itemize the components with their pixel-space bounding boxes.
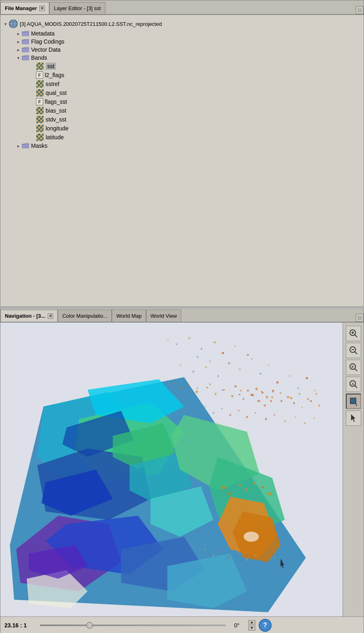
svg-point-234: [274, 556, 275, 558]
tree-root[interactable]: [3] AQUA_MODIS.20020725T211500.L2.SST.nc…: [2, 18, 362, 29]
tab-world-map[interactable]: World Map: [112, 310, 146, 322]
tab-file-manager-close[interactable]: ✕: [39, 6, 45, 11]
svg-rect-9: [38, 65, 40, 66]
root-expand-arrow[interactable]: [2, 21, 8, 27]
svg-rect-168: [310, 400, 312, 402]
tab-world-view[interactable]: World View: [146, 310, 181, 322]
svg-rect-12: [36, 67, 38, 68]
svg-point-227: [212, 555, 214, 557]
svg-rect-103: [40, 131, 42, 132]
svg-rect-74: [40, 116, 42, 117]
map-canvas-area[interactable]: P A: [0, 323, 364, 616]
bands-expand[interactable]: [15, 54, 21, 61]
vector-data-expand[interactable]: [15, 46, 21, 53]
tab-color-manipulation[interactable]: Color Manipulatio...: [58, 310, 112, 322]
svg-rect-7: [42, 63, 44, 64]
svg-point-218: [246, 416, 248, 418]
svg-rect-77: [38, 118, 40, 119]
zoom-out-button[interactable]: [346, 343, 361, 358]
svg-rect-120: [40, 140, 42, 141]
root-label: [3] AQUA_MODIS.20020725T211500.L2.SST.nc…: [20, 21, 162, 27]
pin-zoom-button[interactable]: P: [346, 360, 361, 375]
svg-point-225: [314, 417, 315, 419]
svg-rect-67: [36, 113, 38, 114]
l2flags-spacer: [29, 72, 36, 78]
bottom-panel-maximize[interactable]: □: [356, 314, 364, 322]
tree-item-sstref[interactable]: sstref: [2, 80, 362, 88]
rotation-down-button[interactable]: ▼: [248, 626, 255, 631]
svg-rect-147: [247, 390, 249, 391]
zoom-in-button[interactable]: [346, 326, 361, 341]
svg-point-216: [229, 414, 231, 416]
svg-rect-45: [42, 91, 44, 93]
svg-rect-86: [40, 122, 42, 123]
svg-rect-99: [40, 129, 42, 130]
svg-rect-195: [268, 493, 271, 495]
rotation-controls: ▲ ▼: [248, 620, 255, 631]
svg-point-207: [271, 396, 273, 398]
tree-item-longitude[interactable]: longitude: [2, 124, 362, 133]
tree-item-sst[interactable]: sst: [2, 62, 362, 71]
flagssst-label: flags_sst: [45, 99, 67, 105]
svg-line-236: [355, 335, 357, 337]
tree-item-flag-codings[interactable]: Flag Codings: [2, 38, 362, 46]
sst-spacer: [29, 63, 36, 69]
pointer-tool-button[interactable]: [346, 411, 361, 426]
l2flags-label: l2_flags: [45, 72, 64, 78]
top-panel-maximize[interactable]: □: [356, 6, 364, 14]
tree-item-metadata[interactable]: Metadata: [2, 29, 362, 38]
tab-color-manipulation-label: Color Manipulatio...: [62, 313, 107, 319]
svg-rect-17: [38, 69, 40, 70]
svg-point-200: [206, 387, 208, 388]
tab-layer-editor[interactable]: Layer Editor - [3] sst: [49, 2, 105, 14]
svg-rect-57: [40, 107, 42, 109]
svg-point-208: [280, 392, 281, 394]
tree-item-stdvsst[interactable]: stdv_sst: [2, 115, 362, 124]
svg-rect-141: [268, 365, 269, 366]
sstref-band-icon: [36, 80, 44, 88]
tree-item-biassst[interactable]: bias_sst: [2, 106, 362, 115]
tab-file-manager[interactable]: File Manager ✕: [0, 2, 49, 14]
svg-rect-24: [42, 80, 44, 82]
svg-rect-44: [40, 91, 42, 93]
tree-item-flagssst[interactable]: F flags_sst: [2, 97, 362, 106]
metadata-expand[interactable]: [15, 30, 21, 37]
svg-rect-93: [36, 127, 38, 128]
svg-rect-63: [36, 111, 38, 113]
svg-rect-49: [42, 93, 44, 95]
tree-item-qualsst[interactable]: qual_sst: [2, 88, 362, 97]
zoom-slider[interactable]: [40, 625, 226, 626]
rotation-up-button[interactable]: ▲: [248, 620, 255, 625]
help-button[interactable]: ?: [259, 619, 272, 632]
svg-rect-52: [40, 95, 42, 96]
svg-rect-68: [38, 113, 40, 114]
svg-rect-82: [40, 120, 42, 122]
svg-rect-130: [222, 352, 224, 354]
svg-rect-192: [245, 488, 248, 491]
latitude-spacer: [29, 134, 36, 140]
sst-label: sst: [46, 63, 56, 70]
svg-rect-83: [42, 120, 44, 122]
tab-navigation-close[interactable]: ✕: [48, 313, 53, 319]
svg-rect-136: [218, 375, 219, 377]
svg-rect-85: [38, 122, 40, 123]
tree-item-l2flags[interactable]: F l2_flags: [2, 71, 362, 80]
flag-codings-expand[interactable]: [15, 38, 21, 45]
tree-item-latitude[interactable]: latitude: [2, 133, 362, 142]
tree-item-vector-data[interactable]: Vector Data: [2, 46, 362, 54]
select-tool-button[interactable]: [346, 394, 361, 409]
svg-rect-28: [42, 82, 44, 84]
masks-expand[interactable]: [15, 143, 21, 149]
tab-navigation[interactable]: Navigation - [3... ✕: [0, 310, 58, 322]
tree-item-bands[interactable]: Bands: [2, 54, 362, 62]
zoom-slider-thumb[interactable]: [86, 622, 93, 629]
svg-rect-152: [272, 390, 274, 392]
svg-rect-33: [36, 86, 38, 88]
svg-rect-169: [318, 405, 320, 407]
svg-rect-161: [234, 386, 236, 387]
svg-point-206: [261, 391, 263, 393]
fit-zoom-button[interactable]: A: [346, 377, 361, 392]
svg-point-217: [238, 410, 239, 411]
tree-item-masks[interactable]: Masks: [2, 142, 362, 150]
svg-rect-62: [42, 109, 44, 111]
